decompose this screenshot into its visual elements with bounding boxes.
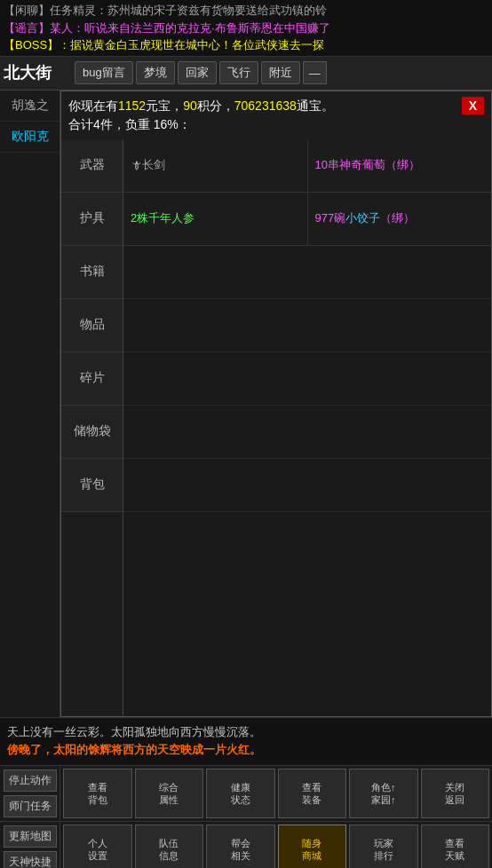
action-area-1: 停止动作 师门任务 查看背包 综合属性 健康状态 查看装备 角色↑家园↑ 关闭返… [0,765,492,821]
action-settings-btn[interactable]: 个人设置 [63,825,132,868]
empty-row-item [123,299,491,352]
yuan-bao-unit: 元宝， [146,99,183,113]
action-guild-btn[interactable]: 帮会相关 [206,825,275,868]
header-prefix: 你现在有 [68,99,118,113]
inventory-header-text: 你现在有1152元宝，90积分，706231638通宝。 合计4件，负重 16%… [68,97,455,134]
inv-cell-00[interactable]: 🗡 长剑 [123,139,308,192]
action-talent-btn[interactable]: 查看天赋 [421,825,490,868]
inv-row-1: 2株千年人参 977碗小饺子（绑） [123,193,491,246]
nav-dash-btn[interactable]: — [303,61,327,84]
item-name-10: 2株千年人参 [131,210,194,226]
sidebar-player-1[interactable]: 欧阳克 [0,122,60,153]
action-bag-btn[interactable]: 查看背包 [63,769,132,818]
msg-idle: 【闲聊】任务精灵：苏州城的宋子资兹有货物要送给武功镇的铃 [4,2,488,20]
empty-row-shard [123,352,491,406]
total-items-val: 4 [93,117,100,131]
action-team-btn[interactable]: 队伍信息 [135,825,204,868]
inv-cell-10[interactable]: 2株千年人参 [123,193,308,245]
nav-nearby-btn[interactable]: 附近 [261,61,300,84]
shortcut-btn[interactable]: 天神快捷 [4,851,57,868]
nav-buttons: bug留言 梦境 回家 飞行 附近 — [75,61,488,84]
action-rank-btn[interactable]: 玩家排行 [349,825,418,868]
msg-rumor: 【谣言】某人：听说来自法兰西的克拉克·布鲁斯蒂恩在中国赚了 [4,20,488,37]
scene-normal-text: 天上没有一丝云彩。太阳孤独地向西方慢慢沉落。 [7,723,485,742]
inv-cell-11[interactable]: 977碗小饺子（绑） [308,193,492,245]
item-name-01: 10串神奇葡萄（绑） [315,157,420,173]
empty-row-storage [123,406,491,459]
ji-fen-unit: 积分， [197,99,234,113]
empty-row-bag [123,459,491,512]
inventory-items: 🗡 长剑 10串神奇葡萄（绑） 2株千年人参 977碗小饺子（绑） [123,139,491,716]
action-attrs-btn[interactable]: 综合属性 [135,769,204,818]
cat-shard[interactable]: 碎片 [61,352,123,406]
inventory-panel: 你现在有1152元宝，90积分，706231638通宝。 合计4件，负重 16%… [60,91,492,717]
yuan-bao-val: 1152 [118,99,146,113]
scene-sunset-text: 傍晚了，太阳的馀辉将西方的天空映成一片火红。 [7,741,485,760]
inventory-header: 你现在有1152元宝，90积分，706231638通宝。 合计4件，负重 16%… [60,91,492,139]
message-bar: 【闲聊】任务精灵：苏州城的宋子资兹有货物要送给武功镇的铃 【谣言】某人：听说来自… [0,0,492,57]
action-close-btn[interactable]: 关闭返回 [421,769,490,818]
ji-fen-val: 90 [183,99,197,113]
inventory-close-btn[interactable]: X [462,97,484,114]
inventory-categories: 武器 护具 书籍 物品 碎片 储物袋 背包 [61,139,123,716]
action-shop-btn[interactable]: 随身商城 [278,825,347,868]
tong-bao-val: 706231638 [234,99,297,113]
nav-home-btn[interactable]: 回家 [178,61,217,84]
action-health-btn[interactable]: 健康状态 [206,769,275,818]
action-char-btn[interactable]: 角色↑家园↑ [349,769,418,818]
inventory-summary-line2: 合计4件，负重 16%： [68,115,455,134]
action-grid-2: 个人设置 队伍信息 帮会相关 随身商城 玩家排行 查看天赋 [60,822,492,868]
action-equip-btn[interactable]: 查看装备 [278,769,347,818]
update-map-btn[interactable]: 更新地图 [4,825,57,848]
tong-bao-unit: 通宝。 [297,99,334,113]
nav-dream-btn[interactable]: 梦境 [136,61,175,84]
empty-row-book [123,246,491,299]
nav-bar: 北大街 bug留言 梦境 回家 飞行 附近 — [0,57,492,91]
nav-bug-btn[interactable]: bug留言 [75,61,133,84]
stop-btn-col-2: 更新地图 天神快捷 [0,822,60,868]
nav-fly-btn[interactable]: 飞行 [219,61,258,84]
weight-val: 16 [154,117,168,131]
inv-cell-01[interactable]: 10串神奇葡萄（绑） [308,139,492,192]
scene-description: 天上没有一丝云彩。太阳孤独地向西方慢慢沉落。 傍晚了，太阳的馀辉将西方的天空映成… [0,717,492,766]
inventory-summary-line1: 你现在有1152元宝，90积分，706231638通宝。 [68,97,455,115]
cat-weapon[interactable]: 武器 [61,139,123,193]
item-name-11: 977碗小饺子（绑） [315,210,416,226]
dagger-icon: 🗡 [131,159,142,172]
main-area: 胡逸之 欧阳克 你现在有1152元宝，90积分，706231638通宝。 合计4… [0,91,492,717]
sidebar: 胡逸之 欧阳克 [0,91,60,717]
inventory-body: 武器 护具 书籍 物品 碎片 储物袋 背包 🗡 长剑 10串神奇葡萄（绑） [60,139,492,717]
cat-storage[interactable]: 储物袋 [61,406,123,459]
action-area-2: 更新地图 天神快捷 个人设置 队伍信息 帮会相关 随身商城 玩家排行 查看天赋 [0,821,492,868]
cat-bag[interactable]: 背包 [61,459,123,512]
stop-btn-col: 停止动作 师门任务 [0,766,60,821]
msg-boss: 【BOSS】：据说黄金白玉虎现世在城中心！各位武侠速去一探 [4,36,488,54]
stop-action-btn[interactable]: 停止动作 [4,769,57,792]
cat-item[interactable]: 物品 [61,299,123,352]
cat-book[interactable]: 书籍 [61,246,123,299]
sect-task-btn[interactable]: 师门任务 [4,795,57,817]
location-title: 北大街 [4,62,66,83]
item-name-00: 长剑 [142,157,165,173]
sidebar-player-0[interactable]: 胡逸之 [0,91,60,122]
cat-armor[interactable]: 护具 [61,193,123,246]
inv-row-0: 🗡 长剑 10串神奇葡萄（绑） [123,139,491,193]
empty-rows [123,246,491,716]
action-grid-1: 查看背包 综合属性 健康状态 查看装备 角色↑家园↑ 关闭返回 [60,766,492,821]
